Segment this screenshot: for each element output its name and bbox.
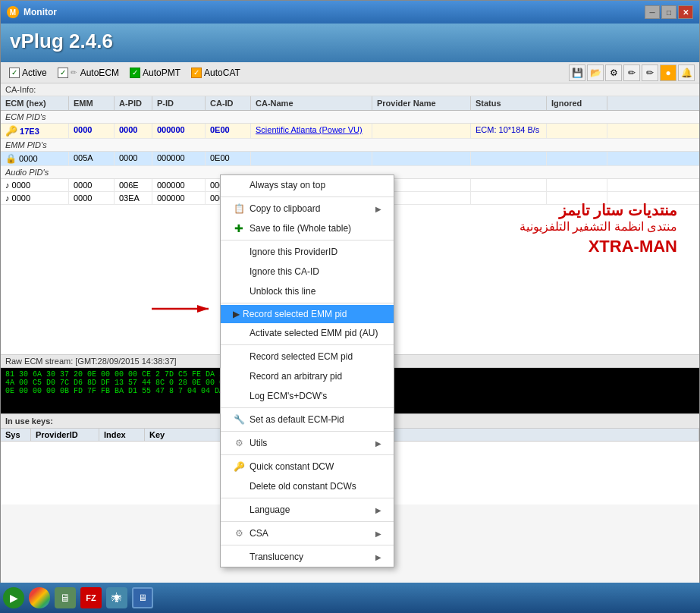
menu-sep-9 [221,521,394,522]
translucency-icon [233,551,245,563]
language-submenu-arrow: ▶ [375,506,381,514]
taskbar-monitor-icon[interactable]: 🖥 [132,587,153,608]
taskbar: ▶ 🖥 FZ 🕷 🖥 [0,583,700,613]
toolbar-btn-4[interactable]: ✏ [623,64,640,81]
menu-sep-3 [221,303,394,303]
autopmt-toggle[interactable]: ✓ AutoPMT [126,66,184,80]
autocat-toggle[interactable]: ✓ AutoCAT [187,66,244,80]
emm-row-1[interactable]: 🔒 0000 005A 0000 000000 0E00 [1,152,699,166]
col-ca-id: CA-ID [206,96,251,110]
record-arbitrary-label: Record an arbitrary pid [250,371,342,382]
ecm-row1-emm: 0000 [69,124,115,138]
taskbar-play-button[interactable]: ▶ [3,587,24,608]
audio-row2-ignored [547,192,607,204]
audio-row1-ignored [547,179,607,191]
col-provider-name: Provider Name [372,96,471,110]
menu-unblock-line[interactable]: Unblock this line [221,281,394,301]
window-title: Monitor [24,7,645,17]
maximize-button[interactable]: □ [661,5,676,19]
save-icon: ✚ [233,222,245,234]
menu-sep-8 [221,498,394,498]
taskbar-chrome-icon[interactable] [29,587,50,608]
ignore-caid-icon [233,266,245,278]
menu-ignore-providerid[interactable]: Ignore this ProviderID [221,242,394,262]
ecm-row1-apid: 0000 [115,124,152,138]
toolbar: ✓ Active ✓ ✏ AutoECM ✓ AutoPMT ✓ AutoCAT… [1,62,699,83]
set-default-label: Set as default ECM-Pid [250,414,344,425]
menu-translucency[interactable]: Translucency ▶ [221,547,394,567]
autoecm-checkbox[interactable]: ✓ [58,68,68,78]
unblock-label: Unblock this line [250,286,315,297]
toolbar-btn-5[interactable]: ✏ [642,64,658,81]
always-on-top-icon [233,179,245,191]
context-menu[interactable]: Always stay on top 📋 Copy to clipboard ▶… [220,174,394,567]
menu-activate-emm[interactable]: Activate selected EMM pid (AU) [221,323,394,343]
window-controls: ─ □ ✕ [645,5,693,19]
col-p-id: P-ID [152,96,206,110]
taskbar-network-icon[interactable]: 🖥 [55,587,76,608]
menu-csa[interactable]: ⚙ CSA ▶ [221,523,394,543]
lock-icon: 🔒 [5,153,17,164]
menu-record-arbitrary[interactable]: Record an arbitrary pid [221,366,394,386]
key-icon: 🔑 [5,125,17,137]
emm-row1-emm: 005A [69,152,115,165]
autocat-checkbox[interactable]: ✓ [191,68,202,78]
autoecm-toggle[interactable]: ✓ ✏ AutoECM [54,66,123,80]
toolbar-btn-3[interactable]: ⚙ [605,64,622,81]
taskbar-spider-icon[interactable]: 🕷 [106,587,127,608]
menu-always-on-top[interactable]: Always stay on top [221,175,394,195]
utils-submenu-arrow: ▶ [375,439,381,448]
menu-language[interactable]: Language ▶ [221,500,394,520]
activate-emm-label: Activate selected EMM pid (AU) [250,328,378,338]
keys-col-index: Index [99,429,145,441]
app-header: vPlug 2.4.6 [1,24,699,62]
language-label: Language [250,505,290,515]
set-default-icon: 🔧 [233,413,245,426]
toolbar-btn-6[interactable]: ● [660,64,676,81]
menu-log-ecm-dcw[interactable]: Log ECM's+DCW's [221,386,394,406]
menu-set-default-ecm[interactable]: 🔧 Set as default ECM-Pid [221,410,394,429]
toolbar-btn-7[interactable]: 🔔 [678,64,695,81]
quick-dcw-icon: 🔑 [233,461,245,473]
active-toggle[interactable]: ✓ Active [5,66,51,80]
translucency-label: Translucency [250,552,303,562]
emm-row1-pid: 000000 [152,152,206,165]
menu-utils[interactable]: ⚙ Utils ▶ [221,433,394,453]
menu-sep-6 [221,431,394,432]
autopmt-checkbox[interactable]: ✓ [130,68,140,78]
minimize-button[interactable]: ─ [645,5,660,19]
record-arbitrary-icon [233,370,245,382]
menu-record-emm[interactable]: ▶ Record selected EMM pid [221,305,394,323]
audio-row1-status [471,179,547,191]
menu-copy-clipboard[interactable]: 📋 Copy to clipboard ▶ [221,199,394,218]
close-button[interactable]: ✕ [678,5,693,19]
active-checkbox[interactable]: ✓ [9,68,20,78]
audio-row2-emm: 0000 [69,192,115,204]
menu-ignore-caid[interactable]: Ignore this CA-ID [221,262,394,281]
taskbar-filezilla-icon[interactable]: FZ [80,587,102,608]
ecm-row-1[interactable]: 🔑 17E3 0000 0000 000000 0E00 Scientific … [1,124,699,139]
save-file-label: Save to file (Whole table) [250,223,351,234]
csa-icon: ⚙ [233,527,245,539]
ecm-row1-caname: Scientific Atlanta (Power VU) [251,124,372,138]
audio-row1-pid: 000000 [152,179,206,191]
toolbar-btn-2[interactable]: 📂 [587,64,604,81]
ignore-caid-label: Ignore this CA-ID [250,266,319,277]
emm-row1-caname [251,152,372,165]
title-bar: M Monitor ─ □ ✕ [1,1,699,24]
toolbar-btn-1[interactable]: 💾 [569,64,585,81]
audio-row1-emm: 0000 [69,179,115,191]
keys-col-sys: Sys [1,429,31,441]
menu-delete-dcws[interactable]: Delete old constant DCWs [221,476,394,496]
copy-submenu-arrow: ▶ [375,205,381,213]
ecm-row1-status: ECM: 10*184 B/s [471,124,547,138]
utils-icon: ⚙ [233,437,245,449]
utils-label: Utils [250,438,267,448]
ecm-row1-hex: 🔑 17E3 [1,124,69,138]
menu-save-file[interactable]: ✚ Save to file (Whole table) [221,218,394,238]
menu-quick-dcw[interactable]: 🔑 Quick constant DCW [221,457,394,476]
menu-sep-10 [221,545,394,545]
menu-record-ecm[interactable]: Record selected ECM pid [221,347,394,366]
menu-sep-7 [221,454,394,455]
keys-col-providerid: ProviderID [31,429,99,441]
